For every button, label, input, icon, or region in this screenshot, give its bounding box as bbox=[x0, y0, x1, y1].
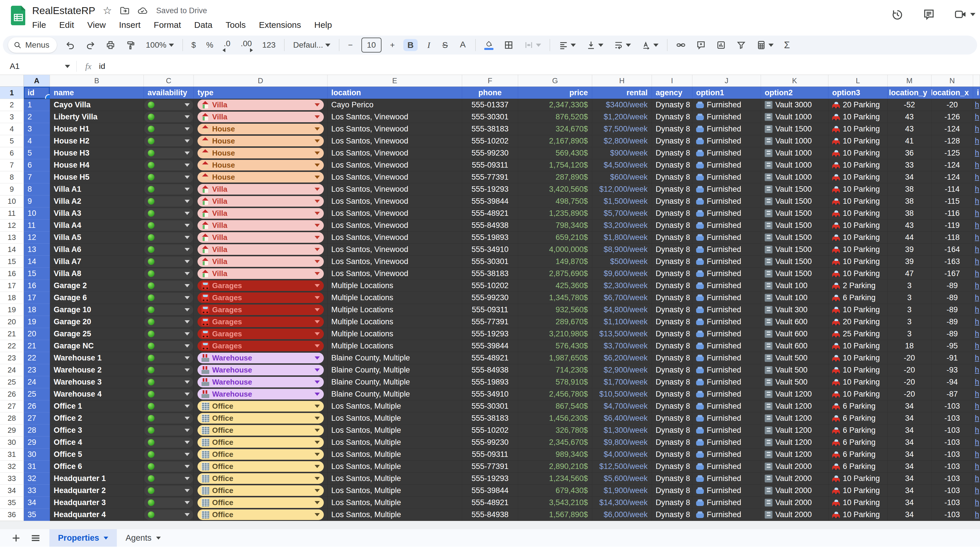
menu-item-help[interactable]: Help bbox=[314, 20, 332, 30]
cell-option2[interactable]: Vault 500 bbox=[761, 364, 829, 376]
cell-option2[interactable]: Vault 1500 bbox=[761, 183, 829, 195]
cell-type[interactable]: Villa bbox=[194, 111, 328, 123]
cell-id[interactable]: 9 bbox=[24, 195, 50, 208]
cell-location[interactable]: Los Santos, Multiple bbox=[328, 400, 462, 412]
cell-location[interactable]: Los Santos, Vinewood bbox=[328, 208, 462, 219]
functions-button[interactable]: Σ bbox=[782, 38, 791, 52]
cell-name[interactable]: House H5 bbox=[50, 171, 144, 183]
cell-price[interactable]: 798,340$ bbox=[518, 219, 592, 232]
cell-location-x[interactable]: -163 bbox=[931, 256, 973, 268]
type-chip-office[interactable]: Office bbox=[197, 425, 324, 436]
cell-price[interactable]: 1,754,120$ bbox=[518, 159, 592, 171]
document-title[interactable]: RealEstateRP bbox=[32, 5, 95, 16]
cell-name[interactable]: Office 2 bbox=[50, 412, 144, 424]
cell-type[interactable]: Villa bbox=[194, 256, 328, 268]
insert-comment-button[interactable] bbox=[694, 39, 708, 51]
cell-option3[interactable]: 10 Parking bbox=[829, 509, 888, 521]
cell-link[interactable]: h bbox=[973, 449, 980, 460]
cell-price[interactable]: 576,430$ bbox=[518, 340, 592, 352]
cell-location[interactable]: Multiple Locations bbox=[328, 280, 462, 292]
cell-location-y[interactable]: 3 bbox=[888, 304, 931, 316]
cell-name[interactable]: Garage 10 bbox=[50, 304, 144, 316]
cell-price[interactable]: 867,540$ bbox=[518, 400, 592, 412]
cell-id[interactable]: 5 bbox=[24, 147, 50, 159]
cell-availability[interactable] bbox=[144, 304, 194, 316]
cell-name[interactable]: Villa A5 bbox=[50, 232, 144, 244]
cell-option1[interactable]: Furnished bbox=[692, 316, 761, 328]
cell-price[interactable]: 1,235,890$ bbox=[518, 208, 592, 219]
grid-corner[interactable] bbox=[0, 75, 24, 86]
cell-availability[interactable] bbox=[144, 195, 194, 208]
cell-location-x[interactable]: -128 bbox=[931, 135, 973, 147]
cell-phone[interactable]: 555-09311 bbox=[462, 304, 518, 316]
cell-location-x[interactable]: -124 bbox=[931, 171, 973, 183]
cell-location-x[interactable]: -124 bbox=[931, 123, 973, 135]
font-select[interactable]: Defaul... bbox=[291, 39, 332, 51]
cell-location[interactable]: Los Santos, Multiple bbox=[328, 473, 462, 485]
cell-price[interactable]: 326,780$ bbox=[518, 424, 592, 437]
cell-availability[interactable] bbox=[144, 147, 194, 159]
cell-phone[interactable]: 555-84938 bbox=[462, 219, 518, 232]
cell-option1[interactable]: Furnished bbox=[692, 497, 761, 509]
add-sheet-icon[interactable] bbox=[10, 532, 22, 544]
cell-option2[interactable]: Vault 2000 bbox=[761, 473, 829, 485]
cell-location[interactable]: Los Santos, Multiple bbox=[328, 509, 462, 521]
cell-option2[interactable]: Vault 2000 bbox=[761, 497, 829, 509]
cell-option1[interactable]: Furnished bbox=[692, 244, 761, 256]
cell-name[interactable]: Villa A4 bbox=[50, 219, 144, 232]
cell-availability[interactable] bbox=[144, 460, 194, 473]
cell-option3[interactable]: 6 Parking bbox=[829, 449, 888, 460]
cell-phone[interactable]: 555-30301 bbox=[462, 111, 518, 123]
cell-location-y[interactable]: 3 bbox=[888, 328, 931, 340]
cell-link[interactable]: h bbox=[973, 244, 980, 256]
create-filter-button[interactable] bbox=[735, 39, 748, 51]
cell-phone[interactable]: 555-19293 bbox=[462, 183, 518, 195]
cell-agency[interactable]: Dynasty 8 bbox=[652, 449, 692, 460]
cell-link[interactable]: h bbox=[973, 195, 980, 208]
cell-agency[interactable]: Dynasty 8 bbox=[652, 280, 692, 292]
cell-phone[interactable]: 555-34910 bbox=[462, 244, 518, 256]
cell-location-x[interactable]: -164 bbox=[931, 244, 973, 256]
cell-phone[interactable]: 555-09311 bbox=[462, 159, 518, 171]
cell-location-y[interactable]: 38 bbox=[888, 183, 931, 195]
cell-option2[interactable]: Vault 1500 bbox=[761, 232, 829, 244]
cell-id[interactable]: 14 bbox=[24, 256, 50, 268]
cell-type[interactable]: Villa bbox=[194, 232, 328, 244]
cell-option1[interactable]: Furnished bbox=[692, 99, 761, 111]
cell-availability[interactable] bbox=[144, 424, 194, 437]
cell-id[interactable]: 17 bbox=[24, 292, 50, 304]
star-icon[interactable]: ☆ bbox=[103, 5, 112, 16]
cell-location-x[interactable]: -103 bbox=[931, 473, 973, 485]
cell-type[interactable]: Warehouse bbox=[194, 388, 328, 400]
cell-phone[interactable]: 555-38183 bbox=[462, 412, 518, 424]
cell-agency[interactable]: Dynasty 8 bbox=[652, 268, 692, 280]
cell-availability[interactable] bbox=[144, 244, 194, 256]
cell-agency[interactable]: Dynasty 8 bbox=[652, 328, 692, 340]
row-header-11[interactable]: 11 bbox=[0, 208, 24, 219]
cell-agency[interactable]: Dynasty 8 bbox=[652, 424, 692, 437]
cell-option1[interactable]: Furnished bbox=[692, 111, 761, 123]
cell-phone[interactable]: 555-77391 bbox=[462, 316, 518, 328]
borders-button[interactable] bbox=[502, 39, 515, 51]
header-cell-location_y[interactable]: location_y bbox=[888, 87, 931, 99]
cell-link[interactable]: h bbox=[973, 424, 980, 437]
type-chip-garage[interactable]: Garages bbox=[197, 341, 324, 351]
cell-availability[interactable] bbox=[144, 232, 194, 244]
cell-type[interactable]: Office bbox=[194, 473, 328, 485]
cell-rental[interactable]: $1,100/week bbox=[592, 316, 652, 328]
cell-name[interactable]: Garage 6 bbox=[50, 292, 144, 304]
cell-price[interactable]: 149,870$ bbox=[518, 256, 592, 268]
cell-option1[interactable]: Furnished bbox=[692, 171, 761, 183]
cell-price[interactable]: 2,345,670$ bbox=[518, 437, 592, 449]
row-header-28[interactable]: 28 bbox=[0, 412, 24, 424]
cell-option2[interactable]: Vault 1000 bbox=[761, 159, 829, 171]
availability-chip[interactable] bbox=[145, 377, 193, 387]
cell-agency[interactable]: Dynasty 8 bbox=[652, 208, 692, 219]
cell-phone[interactable]: 555-77391 bbox=[462, 460, 518, 473]
type-chip-villa[interactable]: Villa bbox=[197, 208, 324, 219]
cell-option3[interactable]: 20 Parking bbox=[829, 99, 888, 111]
cell-availability[interactable] bbox=[144, 376, 194, 388]
cell-option2[interactable]: Vault 1500 bbox=[761, 256, 829, 268]
cell-type[interactable]: Garages bbox=[194, 316, 328, 328]
cell-type[interactable]: Office bbox=[194, 424, 328, 437]
